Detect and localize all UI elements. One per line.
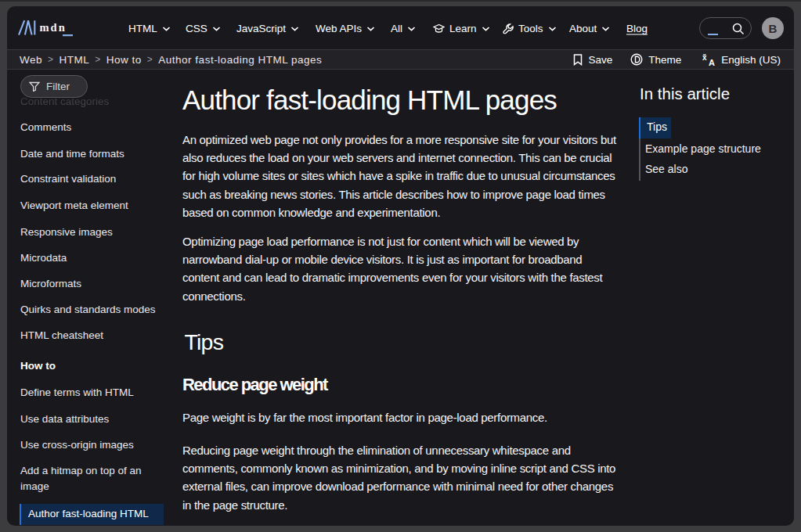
svg-text:x̌: x̌	[702, 53, 707, 62]
svg-text:A: A	[709, 58, 715, 66]
